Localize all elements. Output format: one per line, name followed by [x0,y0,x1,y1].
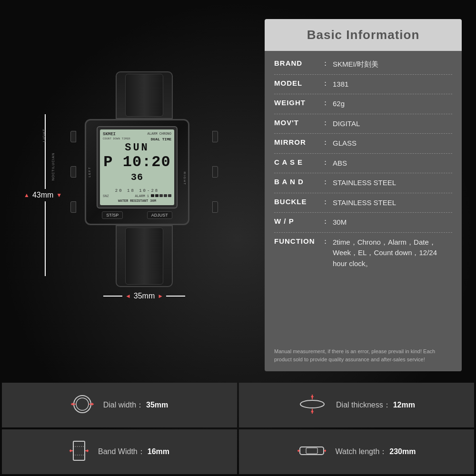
info-panel: Basic Information BRAND ： SKMEI/时刻美 MODE… [265,19,462,371]
info-value-brand: SKMEI/时刻美 [333,59,452,70]
band-width-value: 16mm [148,447,169,456]
watch-alarm-indicators: ALARM 1 [135,194,171,198]
info-value-model: 1381 [333,79,452,90]
info-key-weight: WEIGHT [274,99,322,107]
info-row-band: B A N D ： STAINLESS STEEL [274,173,452,193]
watch-area: ▲ 43mm ▼ [14,19,255,371]
info-value-case: ABS [333,158,452,169]
side-btn-set [212,166,218,178]
watch-time: P 10:2036 [103,154,171,187]
info-row-movt: MOV'T ： DIGITAL [274,114,452,134]
dial-width-icon [71,393,94,417]
watch-water-resistant: WATER RESISTANT 30M [103,199,171,203]
info-row-buckle: BUCKLE ： STAINLESS STEEL [274,193,452,213]
side-btn-adjust [212,131,218,142]
svg-point-6 [300,400,324,408]
case-right-label: RIGHT [183,172,186,186]
info-panel-header: Basic Information [265,19,462,51]
dial-thickness-label: Dial thickness： [336,400,391,410]
spec-tile-dial-thickness: Dial thickness： 12mm [239,383,474,427]
spec-tile-watch-length: Watch length： 230mm [239,429,474,474]
band-bottom [116,225,173,287]
svg-marker-14 [70,449,73,452]
dial-thickness-value: 12mm [393,401,415,409]
info-row-mirror: MIRROR ： GLASS [274,134,452,154]
info-disclaimer: Manual measurement, if there is an error… [265,343,462,371]
info-row-weight: WEIGHT ： 62g [274,94,452,114]
side-btn-mode [70,201,76,213]
svg-marker-9 [311,396,314,399]
side-label-noctilucian: NOCTILUCIAN [51,153,55,180]
watch-btn-stsp: ST/SP [102,211,123,219]
watch-subtitle: ALARM CHRONO [148,132,171,137]
watch-figure: LIGHT NOCTILUCIAN [73,71,216,319]
info-value-wp: 30M [333,217,452,228]
spec-tile-dial-width: Dial width： 35mm [2,383,237,427]
info-row-model: MODEL ： 1381 [274,75,452,95]
svg-rect-19 [306,448,317,454]
watch-case-wrapper: LIGHT NOCTILUCIAN [85,119,204,225]
band-width-icon [69,439,89,464]
band-width-label: Band Width： [98,447,145,457]
height-dimension: 43mm [32,191,53,199]
info-value-buckle: STAINLESS STEEL [333,198,452,208]
watch-length-icon [298,441,326,462]
info-value-band: STAINLESS STEEL [333,178,452,188]
info-panel-body: BRAND ： SKMEI/时刻美 MODEL ： 1381 WEIGHT ： … [265,51,462,343]
watch-countdown-label: COUNT DOWN TIMER [103,137,130,141]
dial-width-value: 35mm [146,401,168,409]
case-left-label: LEFT [88,167,91,178]
info-key-wp: W / P [274,217,322,225]
info-panel-title: Basic Information [307,28,420,42]
info-key-movt: MOV'T [274,119,322,127]
info-value-weight: 62g [333,99,452,109]
svg-marker-10 [311,409,314,412]
dial-thickness-icon [298,395,327,416]
info-row-function: FUNCTION ： 2time，Chrono，Alarm，Date，Week，… [274,233,452,274]
svg-marker-15 [85,449,88,452]
info-key-model: MODEL [274,79,322,87]
watch-btn-adjust: ADJUST [147,211,172,219]
width-dimension: 35mm [134,292,155,300]
side-btn-nocti [70,166,76,178]
info-row-case: C A S E ： ABS [274,154,452,174]
svg-point-1 [76,398,89,410]
info-value-movt: DIGITAL [333,119,452,129]
watch-dualtime-label: DUAL TIME [151,137,171,141]
info-value-mirror: GLASS [333,138,452,149]
side-btn-light [70,131,76,142]
info-key-buckle: BUCKLE [274,198,322,206]
info-row-brand: BRAND ： SKMEI/时刻美 [274,55,452,75]
watch-day: SUN [103,142,171,154]
band-top [116,71,173,119]
watch-length-label: Watch length： [336,447,387,457]
spec-tile-band-width: Band Width： 16mm [2,429,237,474]
info-row-wp: W / P ： 30M [274,213,452,233]
bottom-specs: Dial width： 35mm Dial thickness： 12mm [0,381,476,476]
info-value-function: 2time，Chrono，Alarm，Date，Week，EL，Count do… [333,237,452,269]
side-btn-12-24 [212,201,218,213]
side-label-light: LIGHT [42,129,46,142]
info-key-band: B A N D [274,178,322,186]
svg-rect-11 [73,441,85,460]
watch-date-row: 20 18 10-28 [103,188,171,193]
info-key-case: C A S E [274,158,322,166]
info-key-brand: BRAND [274,59,322,67]
watch-case: LEFT RIGHT SKMEI A [85,119,189,225]
watch-length-value: 230mm [389,447,416,456]
dial-width-label: Dial width： [103,400,144,410]
main-container: ▲ 43mm ▼ [0,0,476,476]
watch-brand: SKMEI [103,132,116,137]
info-key-function: FUNCTION [274,237,322,245]
watch-snz: SNZ [103,194,109,198]
top-section: ▲ 43mm ▼ [0,0,476,381]
info-key-mirror: MIRROR [274,138,322,146]
